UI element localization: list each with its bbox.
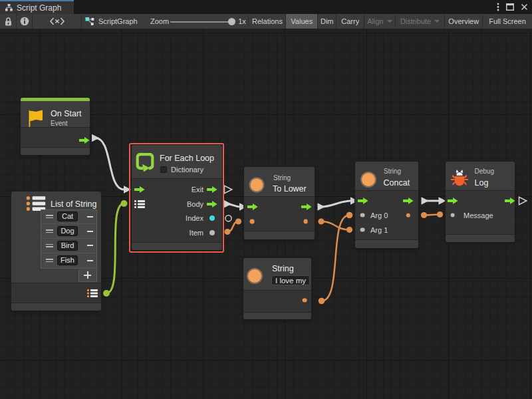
- node-list-of-string[interactable]: List of StringCatDogBirdFish: [11, 192, 101, 311]
- node-footer: [11, 303, 101, 311]
- port-exit-out[interactable]: [207, 186, 217, 194]
- port-item-out[interactable]: [209, 230, 215, 235]
- port-message-in[interactable]: [450, 213, 455, 217]
- wire-onstart-to-foreach: [92, 134, 131, 194]
- node-footer: [243, 312, 311, 320]
- drag-handle-icon[interactable]: [46, 257, 53, 263]
- add-item-button[interactable]: [78, 269, 97, 282]
- port-enter-in[interactable]: [247, 203, 258, 210]
- toolbar-button-relations[interactable]: Relations: [249, 14, 286, 29]
- toolbar-button-overview[interactable]: Overview: [445, 14, 483, 29]
- drag-handle-icon[interactable]: [46, 228, 53, 234]
- port-list-out[interactable]: [87, 289, 98, 298]
- port-body-out[interactable]: [207, 200, 217, 207]
- kebab-menu-icon[interactable]: [497, 3, 499, 11]
- dictionary-checkbox[interactable]: [160, 166, 167, 173]
- port-trigger-out[interactable]: [79, 136, 90, 144]
- open-index-marker[interactable]: [225, 215, 231, 221]
- node-concat[interactable]: StringConcatArg 0Arg 1: [355, 162, 418, 248]
- string-circle-icon: [251, 179, 263, 192]
- node-text-list-of-string: List of String: [51, 200, 96, 209]
- remove-item-button[interactable]: [87, 216, 93, 217]
- list-item-field[interactable]: Dog: [57, 226, 78, 236]
- string-circle-icon: [248, 269, 261, 283]
- open-exit-marker[interactable]: [225, 186, 232, 193]
- script-graph-asset-icon: [85, 17, 94, 26]
- node-on-start[interactable]: On StartEvent: [21, 98, 90, 155]
- port-collection-in[interactable]: [134, 200, 145, 208]
- breadcrumb-label: ScriptGraph: [98, 17, 138, 25]
- node-body[interactable]: [243, 290, 311, 312]
- wire-concat-to-log-enter: [422, 197, 446, 204]
- port-exit-out[interactable]: [301, 203, 312, 210]
- port-string-in[interactable]: [250, 219, 255, 224]
- node-text-log: Log: [475, 178, 489, 188]
- wire-concat-out-to-message-path[interactable]: [424, 215, 440, 215]
- string-circle-icon: [362, 173, 375, 186]
- toolbar-button-full-screen[interactable]: Full Screen: [483, 14, 532, 29]
- open-log-exit-marker[interactable]: [519, 197, 527, 204]
- code-brackets-icon: [50, 17, 65, 25]
- list-row: Bird: [41, 239, 96, 253]
- port-string-out[interactable]: [303, 219, 308, 224]
- code-view-button[interactable]: [33, 14, 81, 29]
- node-debug-log[interactable]: DebugLogMessage: [446, 162, 515, 243]
- port-arg1-in[interactable]: [360, 227, 365, 232]
- toolbar-button-align: Align: [364, 14, 396, 29]
- wire-literal-to-arg0-path[interactable]: [322, 215, 350, 301]
- wire-list-to-collection-path[interactable]: [106, 203, 124, 293]
- toolbar-button-values[interactable]: Values: [286, 14, 318, 29]
- port-enter-in[interactable]: [358, 198, 368, 205]
- wire-tolower-out-to-arg1-path[interactable]: [321, 221, 350, 230]
- list-item-field[interactable]: Fish: [57, 255, 78, 265]
- node-for-each-loop[interactable]: For Each LoopDictionaryExitBodyIndexItem: [132, 145, 222, 250]
- node-text-to-lower: To Lower: [273, 184, 307, 194]
- remove-item-button[interactable]: [87, 260, 93, 261]
- node-text-item: Item: [190, 229, 203, 237]
- zoom-slider-knob[interactable]: [228, 18, 235, 25]
- node-string-literal[interactable]: StringI love my: [243, 258, 311, 319]
- port-exit-out[interactable]: [505, 198, 515, 205]
- toolbar-button-label: Align: [367, 17, 383, 25]
- string-value-field[interactable]: I love my: [271, 275, 310, 285]
- dropdown-caret-icon: [434, 20, 440, 23]
- drag-handle-icon[interactable]: [46, 213, 53, 219]
- port-index-out[interactable]: [209, 215, 215, 221]
- wire-onstart-to-foreach-path[interactable]: [96, 138, 124, 190]
- list-item-field[interactable]: Cat: [57, 211, 78, 221]
- port-value-out[interactable]: [303, 298, 307, 303]
- graph-hierarchy-icon: [5, 4, 13, 11]
- drag-handle-icon[interactable]: [46, 243, 53, 249]
- port-enter-in[interactable]: [134, 186, 145, 194]
- wire-tolower-to-concat-enter: [318, 197, 358, 210]
- port-result-out[interactable]: [406, 213, 410, 217]
- info-button[interactable]: [17, 14, 32, 29]
- port-enter-in[interactable]: [448, 198, 458, 205]
- toolbar-button-label: Values: [291, 17, 313, 25]
- maximize-icon[interactable]: [506, 3, 514, 11]
- close-icon[interactable]: [521, 3, 528, 11]
- toolbar-button-carry[interactable]: Carry: [336, 14, 364, 29]
- list-item-field[interactable]: Bird: [57, 241, 78, 251]
- wire-list-to-collection: [103, 200, 128, 297]
- node-to-lower[interactable]: StringTo Lower: [244, 167, 315, 239]
- port-exit-out[interactable]: [403, 198, 414, 205]
- remove-item-button[interactable]: [87, 245, 93, 246]
- graph-canvas[interactable]: On StartEventList of StringCatDogBirdFis…: [0, 29, 532, 399]
- lock-button[interactable]: [0, 14, 16, 29]
- wire-tolower-to-concat-enter-path[interactable]: [321, 201, 351, 207]
- wire-item-to-tolower-in-path[interactable]: [227, 221, 239, 232]
- toolbar-button-dim[interactable]: Dim: [318, 14, 337, 29]
- graph-toolbar: ScriptGraph Zoom 1x RelationsValuesDimCa…: [0, 14, 532, 29]
- loop-icon: [136, 153, 154, 172]
- tab-script-graph[interactable]: Script Graph: [0, 0, 74, 14]
- breadcrumb[interactable]: ScriptGraph: [85, 14, 138, 29]
- node-text-debug: Debug: [475, 167, 494, 174]
- zoom-slider-track[interactable]: [170, 21, 231, 23]
- wire-body-to-tolower-path[interactable]: [228, 204, 240, 207]
- info-icon: [20, 17, 29, 26]
- node-body[interactable]: [244, 196, 315, 231]
- remove-item-button[interactable]: [87, 231, 93, 232]
- toolbar-button-label: Carry: [341, 17, 359, 25]
- port-arg0-in[interactable]: [360, 213, 365, 217]
